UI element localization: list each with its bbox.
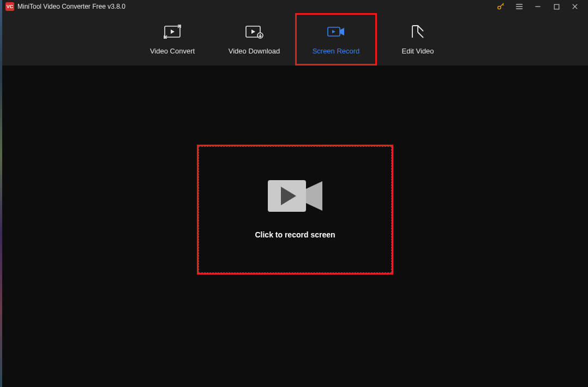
tab-screen-record[interactable]: Screen Record	[295, 13, 377, 66]
edit-icon	[410, 24, 425, 39]
svg-marker-14	[332, 30, 335, 33]
app-logo-icon: VC	[5, 2, 14, 11]
record-icon	[327, 24, 345, 39]
nav-tabs: Video Convert Video Download	[2, 13, 588, 66]
tab-edit-video[interactable]: Edit Video	[377, 13, 459, 66]
tab-label: Video Download	[229, 47, 280, 55]
minimize-icon[interactable]	[533, 2, 542, 11]
tab-label: Edit Video	[401, 47, 434, 55]
close-icon[interactable]	[571, 2, 579, 11]
tab-video-download[interactable]: Video Download	[213, 13, 295, 66]
titlebar: VC MiniTool Video Converter Free v3.8.0	[2, 0, 588, 13]
svg-marker-11	[251, 29, 255, 34]
svg-rect-5	[554, 4, 559, 9]
download-icon	[245, 24, 263, 39]
camera-icon	[268, 180, 322, 215]
record-screen-button[interactable]: Click to record screen	[197, 145, 393, 275]
tab-video-convert[interactable]: Video Convert	[131, 13, 213, 66]
key-icon[interactable]	[496, 2, 505, 11]
maximize-icon[interactable]	[552, 2, 561, 11]
convert-icon	[163, 24, 182, 39]
main-content: Click to record screen	[2, 66, 588, 387]
svg-marker-16	[306, 181, 322, 211]
app-title: MiniTool Video Converter Free v3.8.0	[17, 3, 125, 10]
app-window: VC MiniTool Video Converter Free v3.8.0	[2, 0, 588, 387]
svg-marker-9	[171, 29, 175, 34]
tab-label: Screen Record	[313, 47, 360, 55]
window-controls	[496, 2, 585, 11]
record-caption: Click to record screen	[255, 230, 335, 239]
tab-label: Video Convert	[150, 47, 195, 55]
menu-icon[interactable]	[515, 2, 524, 11]
